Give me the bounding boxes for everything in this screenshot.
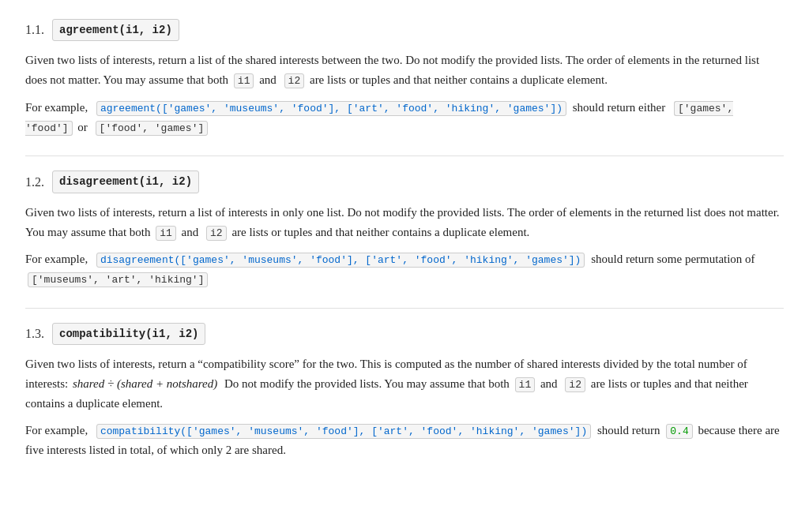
formula-span: shared ÷ (shared + notshared) <box>73 377 217 390</box>
example-result-1-2: ['museums', 'art', 'hiking'] <box>28 272 208 287</box>
section-1-3-desc: Given two lists of interests, return a “… <box>25 354 784 413</box>
section-header-1-3: 1.3. compatibility(i1, i2) <box>25 323 784 345</box>
i1-ref-1-2: i1 <box>156 226 176 241</box>
section-header-1-1: 1.1. agreement(i1, i2) <box>25 19 784 41</box>
and-text-1-1: and <box>259 73 277 86</box>
example-mid-1-2: should return some permutation of <box>591 253 754 265</box>
example-mid-1-3: should return <box>597 424 660 436</box>
section-title-1-3: compatibility(i1, i2) <box>52 323 205 345</box>
section-body-1-3: Given two lists of interests, return a “… <box>25 354 784 460</box>
section-title-1-2: disagreement(i1, i2) <box>52 170 199 193</box>
section-1-1-desc: Given two lists of interests, return a l… <box>25 51 784 90</box>
example-result-1-3: 0.4 <box>666 424 692 439</box>
section-1-1: 1.1. agreement(i1, i2) Given two lists o… <box>25 19 784 137</box>
i2-ref-1-1: i2 <box>284 73 305 88</box>
and-text-1-3: and <box>540 377 558 390</box>
example-mid-1-1: should return either <box>573 101 665 114</box>
section-1-3-example: For example, compatibility(['games', 'mu… <box>25 421 784 460</box>
i1-ref-1-1: i1 <box>234 73 254 88</box>
desc-text-2b: are lists or tuples and that neither con… <box>231 226 529 238</box>
section-1-3: 1.3. compatibility(i1, i2) Given two lis… <box>25 323 784 460</box>
example-intro-1-1: For example, <box>25 101 88 114</box>
section-number-1-2: 1.2. <box>25 172 44 193</box>
desc-text-1b: are lists or tuples and that neither con… <box>310 73 608 86</box>
divider-2 <box>25 308 784 309</box>
i1-ref-1-3: i1 <box>515 377 536 392</box>
example-call-1-1: agreement(['games', 'museums', 'food'], … <box>96 101 566 116</box>
section-number-1-3: 1.3. <box>25 324 44 344</box>
example-intro-1-3: For example, <box>25 424 88 436</box>
i2-ref-1-2: i2 <box>206 226 227 241</box>
section-body-1-2: Given two lists of interests, return a l… <box>25 203 784 289</box>
example-call-1-2: disagreement(['games', 'museums', 'food'… <box>96 253 585 268</box>
section-1-2: 1.2. disagreement(i1, i2) Given two list… <box>25 170 784 288</box>
divider-1 <box>25 155 784 156</box>
section-title-1-1: agreement(i1, i2) <box>52 19 179 41</box>
section-header-1-2: 1.2. disagreement(i1, i2) <box>25 170 784 193</box>
section-number-1-1: 1.1. <box>25 20 44 40</box>
section-1-1-example: For example, agreement(['games', 'museum… <box>25 98 784 137</box>
example-result2-1-1: ['food', 'games'] <box>96 121 209 136</box>
section-body-1-1: Given two lists of interests, return a l… <box>25 51 784 137</box>
example-intro-1-2: For example, <box>25 253 88 265</box>
section-1-2-desc: Given two lists of interests, return a l… <box>25 203 784 242</box>
or-text-1-1: or <box>77 121 88 133</box>
section-1-2-example: For example, disagreement(['games', 'mus… <box>25 249 784 289</box>
formula-text: shared ÷ (shared + notshared) <box>73 377 217 390</box>
example-call-1-3: compatibility(['games', 'museums', 'food… <box>96 424 591 439</box>
i2-ref-1-3: i2 <box>565 377 585 392</box>
and-text-1-2: and <box>182 226 199 238</box>
desc-text-3b: Do not modify the provided lists. You ma… <box>224 377 510 390</box>
